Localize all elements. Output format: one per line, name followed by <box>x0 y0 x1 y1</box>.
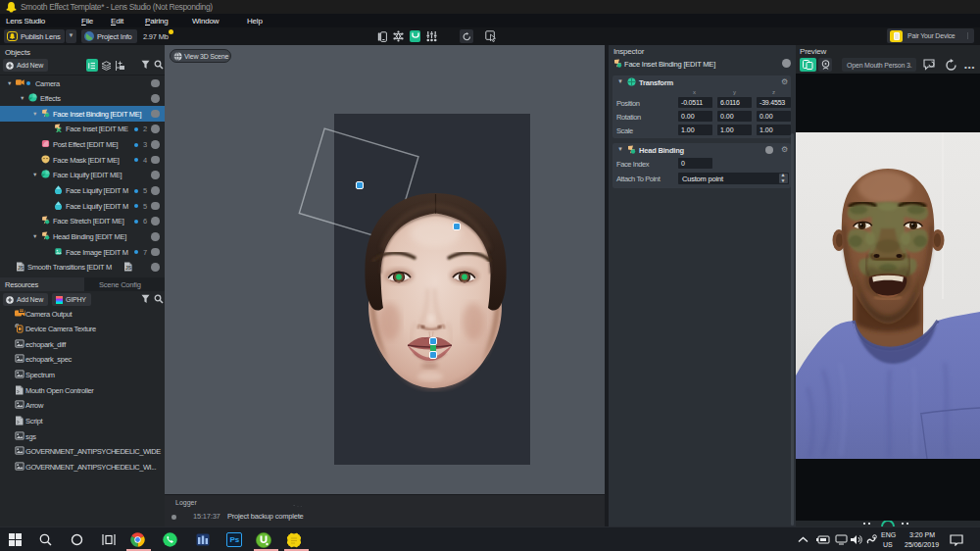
svg-text:JS: JS <box>125 265 132 271</box>
svg-text:JS: JS <box>18 265 24 271</box>
